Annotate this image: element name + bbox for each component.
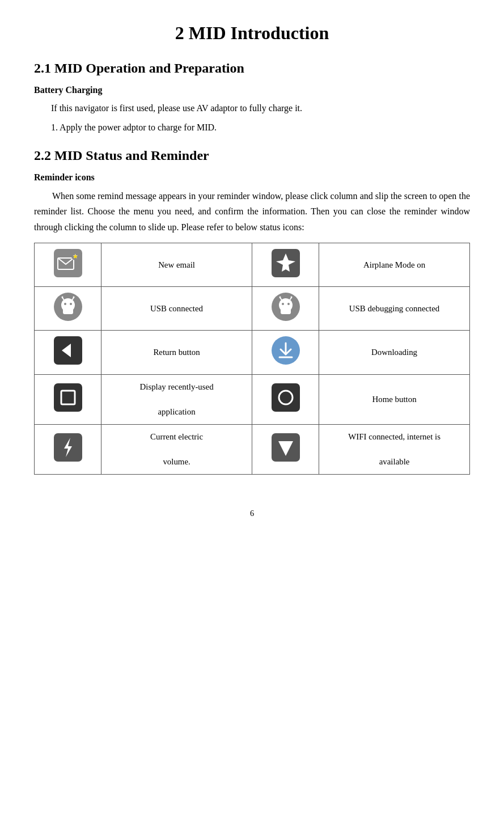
electric-volume-icon-cell [35, 424, 101, 474]
svg-point-17 [282, 303, 284, 305]
new-email-icon-cell: ★ [35, 243, 101, 286]
usb-debugging-icon-cell [252, 287, 319, 331]
home-button-label: Home button [319, 374, 470, 424]
svg-point-13 [73, 297, 74, 298]
table-row: USB connected USB debugging connected [35, 287, 470, 331]
electric-volume-icon [54, 433, 82, 462]
svg-point-18 [287, 303, 290, 305]
airplane-mode-icon [272, 249, 300, 277]
icons-table: ★ New email Airplane Mode on [34, 243, 470, 475]
section1-heading: 2.1 MID Operation and Preparation [34, 61, 470, 76]
airplane-mode-label: Airplane Mode on [319, 243, 470, 286]
downloading-label: Downloading [319, 331, 470, 374]
main-title: 2 MID Introduction [34, 23, 470, 44]
svg-rect-14 [63, 308, 73, 314]
svg-point-20 [279, 297, 281, 298]
battery-charging-heading: Battery Charging [34, 85, 470, 95]
usb-connected-icon [54, 293, 82, 321]
battery-para1: If this navigator is first used, please … [34, 101, 470, 116]
svg-point-11 [61, 297, 63, 298]
svg-point-8 [64, 303, 66, 305]
return-button-icon [54, 336, 82, 365]
svg-point-22 [290, 297, 292, 298]
usb-connected-label: USB connected [101, 287, 252, 331]
airplane-mode-icon-cell [252, 243, 319, 286]
electric-volume-label: Current electric volume. [101, 424, 252, 474]
table-row: Return button Downloading [35, 331, 470, 374]
new-email-label: New email [101, 243, 252, 286]
wifi-label: WIFI connected, internet is available [319, 424, 470, 474]
return-button-icon-cell [35, 331, 101, 374]
display-recent-label: Display recently-used application [101, 374, 252, 424]
wifi-icon [272, 433, 300, 462]
table-row: Current electric volume. WIFI connected,… [35, 424, 470, 474]
svg-rect-23 [281, 308, 291, 314]
reminder-para: When some remind message appears in your… [34, 188, 470, 235]
usb-debugging-label: USB debugging connected [319, 287, 470, 331]
wifi-icon-cell [252, 424, 319, 474]
table-row: ★ New email Airplane Mode on [35, 243, 470, 286]
new-email-icon: ★ [54, 249, 82, 277]
downloading-icon [272, 336, 300, 365]
usb-debugging-icon [272, 293, 300, 321]
section2-heading: 2.2 MID Status and Reminder [34, 148, 470, 163]
home-button-icon-cell [252, 374, 319, 424]
home-button-icon [272, 383, 300, 412]
battery-para2: 1. Apply the power adptor to charge for … [34, 120, 470, 135]
display-recent-icon [54, 383, 82, 412]
return-button-label: Return button [101, 331, 252, 374]
display-recent-icon-cell [35, 374, 101, 424]
table-row: Display recently-used application Home b… [35, 374, 470, 424]
svg-rect-29 [54, 383, 82, 412]
svg-rect-31 [272, 383, 300, 412]
usb-connected-icon-cell [35, 287, 101, 331]
svg-point-9 [70, 303, 72, 305]
svg-text:★: ★ [73, 253, 78, 260]
downloading-icon-cell [252, 331, 319, 374]
page-number: 6 [34, 509, 470, 518]
reminder-icons-heading: Reminder icons [34, 172, 470, 183]
